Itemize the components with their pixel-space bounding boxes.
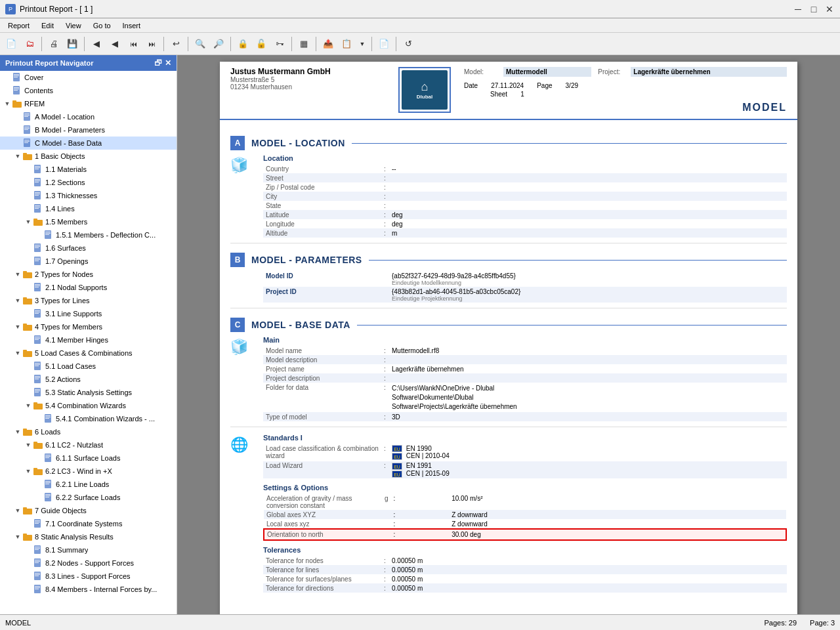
tree-toggle-7[interactable] bbox=[24, 165, 33, 174]
tree-item-18[interactable]: 3.1 Line Supports bbox=[0, 307, 177, 320]
tree-item-3[interactable]: A Model - Location bbox=[0, 110, 177, 123]
toolbar-nav-prev[interactable]: ◀ bbox=[106, 35, 123, 52]
toolbar-nav-first[interactable]: ⏮ bbox=[125, 35, 142, 52]
sidebar-restore-btn[interactable]: 🗗 bbox=[154, 58, 162, 68]
tree-toggle-12[interactable] bbox=[34, 230, 43, 240]
tree-item-28[interactable]: ▼6.1 LC2 - Nutzlast bbox=[0, 438, 177, 452]
tree-item-9[interactable]: 1.3 Thicknesses bbox=[0, 189, 177, 202]
tree-item-39[interactable]: 8.4 Members - Internal Forces by... bbox=[0, 583, 177, 596]
tree-toggle-13[interactable] bbox=[24, 243, 33, 253]
sidebar-close-btn[interactable]: ✕ bbox=[165, 58, 171, 68]
toolbar-nav-last[interactable]: ⏭ bbox=[143, 35, 160, 52]
tree-item-37[interactable]: 8.2 Nodes - Support Forces bbox=[0, 556, 177, 570]
tree-item-29[interactable]: 6.1.1 Surface Loads bbox=[0, 452, 177, 465]
tree-item-22[interactable]: 5.1 Load Cases bbox=[0, 360, 177, 373]
menu-edit[interactable]: Edit bbox=[36, 20, 59, 31]
tree-item-16[interactable]: 2.1 Nodal Supports bbox=[0, 281, 177, 294]
tree-toggle-25[interactable]: ▼ bbox=[24, 401, 33, 410]
tree-toggle-15[interactable]: ▼ bbox=[13, 270, 22, 279]
toolbar-copy[interactable]: 📄 bbox=[375, 35, 392, 52]
tree-toggle-6[interactable]: ▼ bbox=[13, 152, 22, 161]
tree-toggle-24[interactable] bbox=[24, 388, 33, 397]
tree-item-31[interactable]: 6.2.1 Line Loads bbox=[0, 478, 177, 491]
maximize-button[interactable]: □ bbox=[808, 4, 819, 14]
toolbar-export2[interactable]: 📋 bbox=[338, 35, 355, 52]
tree-toggle-19[interactable]: ▼ bbox=[13, 322, 22, 331]
tree-toggle-28[interactable]: ▼ bbox=[24, 440, 33, 450]
tree-item-23[interactable]: 5.2 Actions bbox=[0, 373, 177, 386]
tree-item-2[interactable]: ▼RFEM bbox=[0, 97, 177, 110]
tree-toggle-31[interactable] bbox=[34, 480, 43, 489]
tree-item-8[interactable]: 1.2 Sections bbox=[0, 176, 177, 189]
toolbar-export1[interactable]: 📤 bbox=[320, 35, 337, 52]
close-button[interactable]: ✕ bbox=[824, 4, 835, 14]
tree-item-34[interactable]: 7.1 Coordinate Systems bbox=[0, 517, 177, 530]
tree-toggle-29[interactable] bbox=[34, 453, 43, 463]
toolbar-zoom-out[interactable]: 🔍 bbox=[192, 35, 209, 52]
toolbar-save[interactable]: 💾 bbox=[64, 35, 81, 52]
tree-toggle-22[interactable] bbox=[24, 362, 33, 371]
tree-toggle-0[interactable] bbox=[3, 73, 12, 82]
tree-toggle-11[interactable]: ▼ bbox=[24, 217, 33, 226]
tree-item-17[interactable]: ▼3 Types for Lines bbox=[0, 294, 177, 307]
minimize-button[interactable]: ─ bbox=[793, 4, 803, 14]
tree-item-19[interactable]: ▼4 Types for Members bbox=[0, 320, 177, 333]
tree-toggle-9[interactable] bbox=[24, 191, 33, 200]
tree-item-24[interactable]: 5.3 Static Analysis Settings bbox=[0, 386, 177, 399]
tree-toggle-8[interactable] bbox=[24, 178, 33, 187]
tree-item-32[interactable]: 6.2.2 Surface Loads bbox=[0, 491, 177, 504]
tree-item-15[interactable]: ▼2 Types for Nodes bbox=[0, 268, 177, 281]
tree-toggle-35[interactable]: ▼ bbox=[13, 532, 22, 541]
tree-item-4[interactable]: B Model - Parameters bbox=[0, 123, 177, 136]
tree-toggle-36[interactable] bbox=[24, 545, 33, 555]
toolbar-dropdown[interactable]: ▼ bbox=[356, 35, 368, 52]
tree-item-5[interactable]: C Model - Base Data bbox=[0, 136, 177, 150]
tree-toggle-5[interactable] bbox=[13, 138, 22, 148]
toolbar-new[interactable]: 📄 bbox=[3, 35, 20, 52]
tree-item-1[interactable]: Contents bbox=[0, 84, 177, 97]
toolbar-nav-prev2[interactable]: ◀ bbox=[88, 35, 105, 52]
tree-toggle-34[interactable] bbox=[24, 519, 33, 528]
menu-view[interactable]: View bbox=[60, 20, 87, 31]
tree-item-33[interactable]: ▼7 Guide Objects bbox=[0, 504, 177, 517]
tree-item-36[interactable]: 8.1 Summary bbox=[0, 543, 177, 556]
tree-item-21[interactable]: ▼5 Load Cases & Combinations bbox=[0, 346, 177, 360]
tree-item-20[interactable]: 4.1 Member Hinges bbox=[0, 333, 177, 346]
toolbar-lock[interactable]: 🔒 bbox=[234, 35, 251, 52]
tree-toggle-30[interactable]: ▼ bbox=[24, 467, 33, 476]
toolbar-grid[interactable]: ▦ bbox=[295, 35, 312, 52]
tree-item-27[interactable]: ▼6 Loads bbox=[0, 425, 177, 438]
tree-item-35[interactable]: ▼8 Static Analysis Results bbox=[0, 530, 177, 543]
tree-item-25[interactable]: ▼5.4 Combination Wizards bbox=[0, 399, 177, 412]
toolbar-revert[interactable]: ↺ bbox=[400, 35, 417, 52]
tree-item-30[interactable]: ▼6.2 LC3 - Wind in +X bbox=[0, 465, 177, 478]
tree-item-7[interactable]: 1.1 Materials bbox=[0, 163, 177, 176]
tree-toggle-32[interactable] bbox=[34, 493, 43, 502]
tree-toggle-37[interactable] bbox=[24, 558, 33, 568]
toolbar-key[interactable]: 🗝 bbox=[271, 35, 288, 52]
tree-toggle-10[interactable] bbox=[24, 204, 33, 213]
tree-toggle-3[interactable] bbox=[13, 112, 22, 121]
toolbar-print[interactable]: 🖨 bbox=[45, 35, 62, 52]
tree-toggle-33[interactable]: ▼ bbox=[13, 506, 22, 515]
tree-toggle-4[interactable] bbox=[13, 125, 22, 135]
tree-toggle-21[interactable]: ▼ bbox=[13, 348, 22, 358]
toolbar-unlock[interactable]: 🔓 bbox=[253, 35, 270, 52]
tree-item-6[interactable]: ▼1 Basic Objects bbox=[0, 150, 177, 163]
tree-toggle-17[interactable]: ▼ bbox=[13, 296, 22, 305]
tree-toggle-23[interactable] bbox=[24, 375, 33, 384]
tree-toggle-2[interactable]: ▼ bbox=[3, 99, 12, 108]
tree-toggle-16[interactable] bbox=[24, 283, 33, 292]
toolbar-zoom-in[interactable]: 🔎 bbox=[210, 35, 227, 52]
tree-toggle-38[interactable] bbox=[24, 572, 33, 581]
tree-toggle-18[interactable] bbox=[24, 309, 33, 318]
menu-goto[interactable]: Go to bbox=[88, 20, 116, 31]
tree-item-13[interactable]: 1.6 Surfaces bbox=[0, 242, 177, 255]
tree-toggle-20[interactable] bbox=[24, 335, 33, 345]
tree-item-38[interactable]: 8.3 Lines - Support Forces bbox=[0, 570, 177, 583]
toolbar-refresh[interactable]: ↩ bbox=[167, 35, 184, 52]
tree-toggle-39[interactable] bbox=[24, 585, 33, 594]
menu-report[interactable]: Report bbox=[3, 20, 35, 31]
tree-item-0[interactable]: Cover bbox=[0, 71, 177, 84]
toolbar-open[interactable]: 🗂 bbox=[21, 35, 38, 52]
